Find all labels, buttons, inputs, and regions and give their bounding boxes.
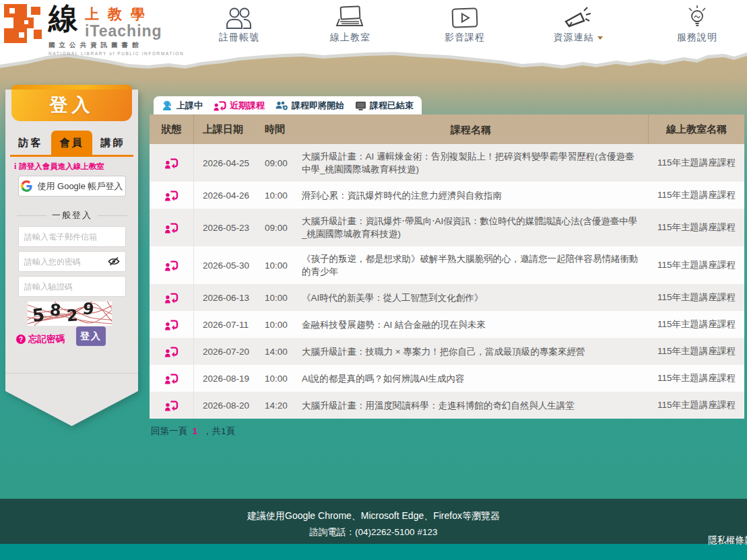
course-name: 金融科技發展趨勢：AI 結合金融的現在與未來 [294, 311, 649, 338]
col-room-name: 線上教室名稱 [649, 114, 744, 144]
lightbulb-icon [684, 4, 711, 30]
tab-courses-starting-soon[interactable]: 課程即將開始 [275, 100, 344, 112]
course-time: 10:00 [261, 311, 294, 338]
nav-classroom-label: 線上教室 [330, 32, 370, 44]
captcha-image[interactable]: 5 8 2 9 [28, 302, 112, 326]
classroom-name: 115年主題講座課程 [649, 365, 744, 392]
classroom-name: 115年主題講座課程 [649, 209, 744, 246]
contact-phone: 諮詢電話：(04)2262-5100 #123 [0, 526, 747, 538]
login-submit-button[interactable]: 登入 [76, 326, 106, 346]
upcoming-course-status-icon[interactable] [164, 292, 178, 304]
google-login-button[interactable]: 使用 Google 帳戶登入 [18, 176, 126, 197]
course-date: 2026-08-20 [194, 392, 261, 419]
login-tab-guest[interactable]: 訪客 [10, 137, 51, 155]
nav-video[interactable]: 影音課程 [423, 4, 507, 44]
google-g-icon [21, 180, 32, 192]
classroom-name: 115年主題講座課程 [649, 284, 744, 311]
eye-off-icon[interactable] [108, 256, 120, 269]
forgot-password-label: 忘記密碼 [28, 333, 65, 345]
page-number[interactable]: 1 [193, 426, 198, 436]
course-name: 《AI時代的新美學：從人工智慧到文化創作》 [294, 284, 649, 311]
table-header: 狀態 上課日期 時間 課程名稱 線上教室名稱 [150, 114, 744, 144]
nav-video-label: 影音課程 [445, 32, 485, 44]
captcha-field[interactable] [18, 276, 126, 297]
dropdown-caret-icon [597, 36, 603, 40]
captcha-digit: 9 [82, 302, 95, 319]
footer-strip [0, 544, 747, 560]
upcoming-course-status-icon[interactable] [164, 346, 178, 357]
table-row: 2026-04-26 10:00 滑到心累：資訊爆炸時代的注意力經濟與自救指南 … [150, 182, 744, 209]
nav-register-label: 註冊帳號 [219, 32, 259, 44]
upcoming-course-status-icon[interactable] [164, 373, 178, 384]
course-name: 滑到心累：資訊爆炸時代的注意力經濟與自救指南 [294, 182, 649, 209]
privacy-policy-link[interactable]: 隱私權條款 [708, 534, 747, 547]
login-title: 登入 [50, 93, 94, 117]
course-time: 10:00 [261, 182, 294, 209]
classroom-name: 115年主題講座課程 [649, 392, 744, 419]
classroom-name: 115年主題講座課程 [649, 246, 744, 284]
login-tab-member[interactable]: 會員 [51, 131, 92, 155]
question-mark-icon [16, 335, 26, 344]
col-status: 狀態 [150, 114, 194, 144]
person-headset-icon [162, 100, 173, 110]
course-date: 2026-05-23 [194, 209, 261, 246]
table-row: 2026-07-11 10:00 金融科技發展趨勢：AI 結合金融的現在與未來 … [150, 311, 744, 338]
login-tab-teacher[interactable]: 講師 [92, 137, 133, 155]
upcoming-course-status-icon[interactable] [164, 190, 178, 201]
tab-upcoming-courses[interactable]: 近期課程 [214, 100, 265, 112]
course-table: 狀態 上課日期 時間 課程名稱 線上教室名稱 2026-04-25 09:00 … [150, 114, 744, 419]
classroom-name: 115年主題講座課程 [649, 182, 744, 209]
browser-recommendation: 建議使用Google Chrome、Microsoft Edge、Firefox… [0, 499, 747, 522]
upcoming-course-status-icon[interactable] [164, 222, 178, 234]
top-header: 線 上教學 iTeaching 國立公共資訊圖書館 NATIONAL LIBRA… [0, 0, 747, 50]
captcha-digit: 2 [66, 306, 79, 325]
course-date: 2026-05-30 [194, 246, 261, 284]
course-date: 2026-08-19 [194, 365, 261, 392]
laptop-icon [335, 4, 366, 30]
site-logo[interactable]: 線 上教學 iTeaching 國立公共資訊圖書館 NATIONAL LIBRA… [4, 3, 184, 56]
users-icon [226, 4, 253, 30]
course-name: 大腦升級計畫：資訊爆炸‧帶風向‧AI假資訊：數位時代的媒體識讀心法(含優遊臺中學… [294, 209, 649, 246]
table-row: 2026-05-30 10:00 《孩子的叛逆，都是想求助》破解半熟大腦脆弱的心… [150, 246, 744, 284]
org-name: 國立公共資訊圖書館 [48, 41, 184, 50]
course-date: 2026-04-26 [194, 182, 261, 209]
row-status-cell [150, 365, 194, 392]
classroom-name: 115年主題講座課程 [649, 144, 744, 182]
library-logo-icon [4, 3, 43, 46]
upcoming-course-status-icon[interactable] [164, 260, 178, 271]
col-time: 時間 [261, 114, 294, 144]
tab-in-class[interactable]: 上課中 [162, 100, 203, 112]
upcoming-course-status-icon[interactable] [164, 319, 178, 330]
course-time: 10:00 [261, 365, 294, 392]
upcoming-course-status-icon[interactable] [164, 158, 178, 169]
nav-resources[interactable]: 資源連結 [536, 4, 620, 44]
nav-classroom[interactable]: 線上教室 [308, 4, 392, 44]
col-date: 上課日期 [194, 114, 261, 144]
row-status-cell [150, 311, 194, 338]
row-status-cell [150, 284, 194, 311]
upcoming-course-status-icon[interactable] [164, 400, 178, 411]
page-footer: 建議使用Google Chrome、Microsoft Edge、Firefox… [0, 499, 747, 544]
tab-courses-ended[interactable]: 課程已結束 [355, 100, 414, 112]
row-status-cell [150, 246, 194, 284]
row-status-cell [150, 338, 194, 365]
people-plus-icon [275, 100, 288, 110]
table-row: 2026-06-13 10:00 《AI時代的新美學：從人工智慧到文化創作》 1… [150, 284, 744, 311]
total-pages-label: ，共1頁 [203, 426, 235, 436]
course-time: 14:20 [261, 392, 294, 419]
board-icon [355, 101, 366, 110]
login-panel: 訪客 會員 講師 請登入會員進入線上教室 使用 Google 帳戶登入 一般登入 [5, 90, 138, 426]
login-ribbon: 登入 [11, 85, 132, 121]
brand-big-char: 線 [48, 3, 78, 40]
back-to-first-page-link[interactable]: 回第一頁 [151, 426, 187, 436]
nav-help[interactable]: 服務說明 [655, 4, 739, 44]
table-row: 2026-07-20 14:00 大腦升級計畫：技職力 × 專案力！把你自己，當… [150, 338, 744, 365]
nav-register[interactable]: 註冊帳號 [197, 4, 281, 44]
login-tab-underline [10, 155, 133, 157]
megaphone-icon [563, 4, 593, 30]
course-name: 大腦升級計畫：用溫度閱讀科學：走進科博館的奇幻自然與人生講堂 [294, 392, 649, 419]
course-date: 2026-07-11 [194, 311, 261, 338]
forgot-password-link[interactable]: 忘記密碼 [16, 333, 65, 345]
email-field[interactable] [18, 226, 126, 247]
brand-zh: 上教學 [85, 5, 162, 24]
